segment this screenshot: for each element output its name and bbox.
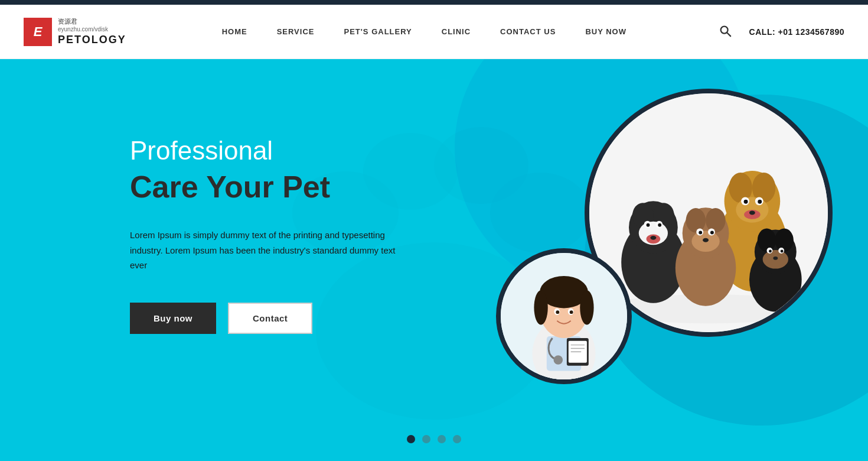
nav-item-service[interactable]: SERVICE: [277, 27, 315, 36]
svg-point-64: [553, 355, 563, 365]
slide-dot-3[interactable]: [438, 435, 446, 443]
svg-point-41: [758, 229, 776, 252]
svg-point-17: [647, 223, 650, 227]
logo-chinese-text: 资源君: [58, 17, 126, 26]
logo-brand-name: PETOLOGY: [58, 34, 126, 46]
slide-dot-1[interactable]: [407, 435, 415, 443]
svg-point-38: [710, 231, 714, 235]
vet-circle: [496, 248, 632, 384]
call-number: CALL: +01 1234567890: [749, 27, 844, 37]
header-right: CALL: +01 1234567890: [719, 24, 844, 40]
nav-item-home[interactable]: HOME: [222, 27, 247, 36]
svg-point-50: [749, 211, 755, 215]
svg-point-37: [699, 231, 702, 235]
svg-point-48: [650, 236, 656, 240]
svg-point-47: [781, 250, 784, 253]
logo-text-block: 资源君 eyunzhu.com/vdisk PETOLOGY: [58, 17, 126, 46]
hero-title: Care Your Pet: [130, 170, 396, 204]
buy-now-button[interactable]: Buy now: [130, 303, 216, 334]
hero-content: Professional Care Your Pet Lorem Ipsum i…: [130, 136, 396, 334]
svg-point-46: [769, 250, 772, 253]
svg-point-27: [744, 200, 748, 204]
svg-point-33: [706, 208, 726, 232]
slide-dots: [407, 435, 461, 443]
svg-point-42: [775, 229, 794, 252]
svg-point-49: [703, 238, 709, 242]
hero-buttons: Buy now Contact: [130, 303, 396, 334]
header: E 资源君 eyunzhu.com/vdisk PETOLOGY HOME SE…: [0, 5, 868, 59]
slide-dot-2[interactable]: [422, 435, 430, 443]
svg-point-59: [580, 290, 593, 324]
svg-point-32: [686, 208, 706, 232]
search-button[interactable]: [719, 24, 732, 40]
nav-item-buy-now[interactable]: BUY NOW: [585, 27, 626, 36]
nav-item-contact-us[interactable]: CONTACT US: [500, 27, 556, 36]
svg-point-58: [534, 290, 547, 324]
svg-line-1: [727, 33, 730, 36]
svg-point-28: [758, 200, 762, 204]
slide-dot-4[interactable]: [453, 435, 461, 443]
svg-point-63: [570, 310, 573, 314]
hero-section: Professional Care Your Pet Lorem Ipsum i…: [0, 59, 868, 461]
logo-icon: E: [24, 18, 52, 46]
vet-illustration: [501, 251, 627, 381]
svg-point-51: [773, 257, 778, 260]
search-icon: [719, 24, 732, 37]
logo-area: E 资源君 eyunzhu.com/vdisk PETOLOGY: [24, 17, 130, 46]
hero-subtitle: Professional: [130, 136, 396, 165]
main-nav: HOME SERVICE PET'S GALLERY CLINIC CONTAC…: [222, 27, 626, 36]
contact-button[interactable]: Contact: [228, 303, 312, 334]
svg-point-18: [658, 223, 661, 227]
logo-url-text: eyunzhu.com/vdisk: [58, 26, 126, 33]
hero-description: Lorem Ipsum is simply dummy text of the …: [130, 228, 396, 273]
top-bar: [0, 0, 868, 5]
nav-item-clinic[interactable]: CLINIC: [442, 27, 471, 36]
nav-item-pets-gallery[interactable]: PET'S GALLERY: [344, 27, 412, 36]
svg-point-62: [556, 310, 559, 314]
